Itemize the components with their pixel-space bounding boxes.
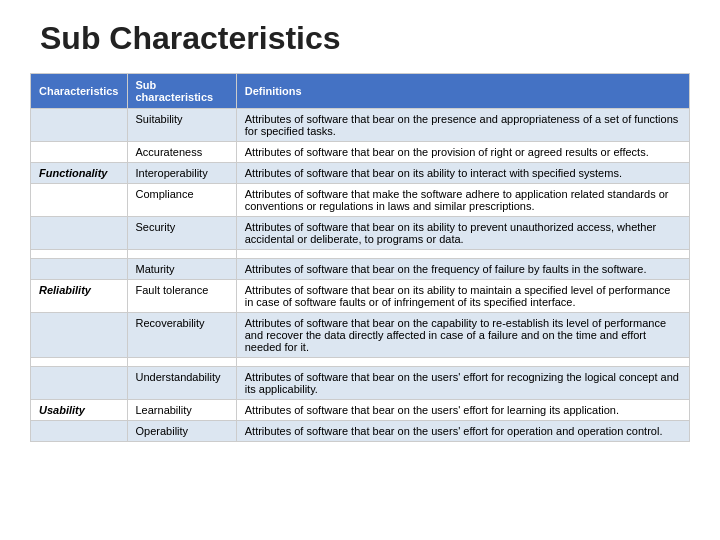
table-row: RecoverabilityAttributes of software tha… bbox=[31, 313, 690, 358]
table-row: ComplianceAttributes of software that ma… bbox=[31, 184, 690, 217]
subcharacteristic-cell: Fault tolerance bbox=[127, 280, 236, 313]
subcharacteristic-cell: Learnability bbox=[127, 400, 236, 421]
table-row: FunctionalityInteroperabilityAttributes … bbox=[31, 163, 690, 184]
definition-cell: Attributes of software that bear on the … bbox=[236, 367, 689, 400]
subcharacteristic-cell: Security bbox=[127, 217, 236, 250]
table-row: SuitabilityAttributes of software that b… bbox=[31, 109, 690, 142]
subcharacteristic-cell: Maturity bbox=[127, 259, 236, 280]
definition-cell bbox=[236, 250, 689, 259]
table-row: MaturityAttributes of software that bear… bbox=[31, 259, 690, 280]
col-header-subcharacteristics: Sub characteristics bbox=[127, 74, 236, 109]
subcharacteristic-cell: Suitability bbox=[127, 109, 236, 142]
table-row bbox=[31, 358, 690, 367]
characteristic-cell: Functionality bbox=[31, 163, 128, 184]
characteristic-cell bbox=[31, 217, 128, 250]
definition-cell bbox=[236, 358, 689, 367]
characteristic-cell bbox=[31, 313, 128, 358]
definition-cell: Attributes of software that bear on the … bbox=[236, 109, 689, 142]
col-header-characteristics: Characteristics bbox=[31, 74, 128, 109]
page-title: Sub Characteristics bbox=[30, 20, 690, 57]
sub-characteristics-table: Characteristics Sub characteristics Defi… bbox=[30, 73, 690, 442]
characteristic-cell bbox=[31, 142, 128, 163]
subcharacteristic-cell: Accurateness bbox=[127, 142, 236, 163]
characteristic-cell: Usability bbox=[31, 400, 128, 421]
definition-cell: Attributes of software that bear on the … bbox=[236, 259, 689, 280]
subcharacteristic-cell: Recoverability bbox=[127, 313, 236, 358]
table-row: SecurityAttributes of software that bear… bbox=[31, 217, 690, 250]
characteristic-cell bbox=[31, 358, 128, 367]
subcharacteristic-cell bbox=[127, 358, 236, 367]
table-row: AccuratenessAttributes of software that … bbox=[31, 142, 690, 163]
characteristic-cell bbox=[31, 421, 128, 442]
table-row: OperabilityAttributes of software that b… bbox=[31, 421, 690, 442]
characteristic-cell bbox=[31, 259, 128, 280]
table-row: ReliabilityFault toleranceAttributes of … bbox=[31, 280, 690, 313]
characteristic-cell bbox=[31, 184, 128, 217]
subcharacteristic-cell: Operability bbox=[127, 421, 236, 442]
definition-cell: Attributes of software that bear on its … bbox=[236, 163, 689, 184]
definition-cell: Attributes of software that bear on the … bbox=[236, 313, 689, 358]
table-row: UsabilityLearnabilityAttributes of softw… bbox=[31, 400, 690, 421]
characteristic-cell bbox=[31, 250, 128, 259]
subcharacteristic-cell: Interoperability bbox=[127, 163, 236, 184]
subcharacteristic-cell: Understandability bbox=[127, 367, 236, 400]
table-row: UnderstandabilityAttributes of software … bbox=[31, 367, 690, 400]
characteristic-cell bbox=[31, 109, 128, 142]
col-header-definitions: Definitions bbox=[236, 74, 689, 109]
characteristic-cell: Reliability bbox=[31, 280, 128, 313]
definition-cell: Attributes of software that bear on the … bbox=[236, 142, 689, 163]
subcharacteristic-cell bbox=[127, 250, 236, 259]
table-row bbox=[31, 250, 690, 259]
subcharacteristic-cell: Compliance bbox=[127, 184, 236, 217]
definition-cell: Attributes of software that bear on the … bbox=[236, 421, 689, 442]
characteristic-cell bbox=[31, 367, 128, 400]
definition-cell: Attributes of software that bear on the … bbox=[236, 400, 689, 421]
definition-cell: Attributes of software that bear on its … bbox=[236, 280, 689, 313]
definition-cell: Attributes of software that make the sof… bbox=[236, 184, 689, 217]
definition-cell: Attributes of software that bear on its … bbox=[236, 217, 689, 250]
